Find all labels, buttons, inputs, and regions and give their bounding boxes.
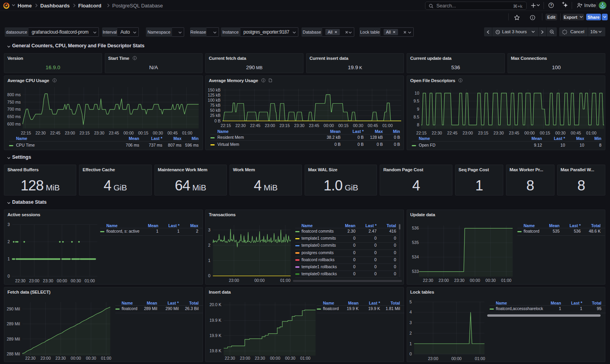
svg-text:23:00: 23:00: [463, 131, 473, 135]
svg-text:22:15: 22:15: [221, 123, 231, 128]
svg-text:01:00: 01:00: [501, 278, 511, 283]
svg-text:750 ms: 750 ms: [7, 100, 21, 104]
svg-text:23:30: 23:30: [43, 278, 53, 283]
svg-text:100 kB: 100 kB: [208, 98, 221, 102]
svg-text:00:30: 00:30: [285, 356, 295, 360]
svg-text:50 kB: 50 kB: [210, 108, 221, 113]
svg-text:00:15: 00:15: [540, 131, 550, 135]
svg-text:23:15: 23:15: [478, 131, 488, 135]
svg-text:23:00: 23:00: [439, 278, 449, 283]
svg-text:01:00: 01:00: [182, 131, 192, 135]
svg-text:9: 9: [417, 107, 419, 111]
svg-text:0: 0: [208, 273, 210, 278]
svg-text:00:00: 00:00: [270, 356, 280, 360]
svg-text:5: 5: [409, 299, 412, 304]
svg-text:534: 534: [412, 255, 419, 259]
svg-text:19.9 K: 19.9 K: [210, 333, 221, 338]
svg-text:23:45: 23:45: [509, 131, 519, 135]
svg-text:19.9 K: 19.9 K: [210, 318, 221, 323]
svg-text:00:30: 00:30: [71, 278, 81, 283]
svg-text:00:00: 00:00: [324, 123, 334, 128]
svg-text:23:30: 23:30: [493, 131, 504, 135]
svg-text:75 kB: 75 kB: [210, 103, 221, 108]
svg-text:1: 1: [409, 341, 412, 346]
svg-text:23:30: 23:30: [94, 131, 104, 135]
svg-text:25 kB: 25 kB: [210, 113, 221, 118]
svg-text:19.8 K: 19.8 K: [210, 348, 221, 353]
svg-text:22:15: 22:15: [21, 131, 31, 135]
svg-text:00:00: 00:00: [524, 131, 535, 135]
svg-text:1: 1: [7, 256, 10, 261]
svg-text:00:15: 00:15: [138, 131, 148, 135]
svg-text:22:30: 22:30: [36, 131, 46, 135]
svg-text:01:00: 01:00: [84, 278, 95, 283]
svg-text:00:30: 00:30: [555, 131, 565, 135]
svg-text:535: 535: [412, 240, 419, 245]
svg-text:23:30: 23:30: [255, 356, 265, 360]
svg-text:00:15: 00:15: [338, 123, 348, 128]
svg-text:23:00: 23:00: [229, 278, 239, 283]
svg-text:01:00: 01:00: [382, 123, 393, 128]
svg-text:3: 3: [7, 222, 10, 227]
svg-text:00:00: 00:00: [71, 356, 81, 360]
svg-text:23:00: 23:00: [40, 356, 50, 360]
svg-text:00:00: 00:00: [57, 278, 67, 283]
svg-text:00:30: 00:30: [486, 278, 496, 283]
svg-text:23:30: 23:30: [56, 356, 66, 360]
svg-text:22:30: 22:30: [25, 356, 36, 360]
svg-text:800 ms: 800 ms: [7, 92, 21, 97]
svg-text:533: 533: [412, 269, 419, 274]
svg-text:22:30: 22:30: [225, 356, 235, 360]
svg-text:01:00: 01:00: [280, 278, 290, 283]
svg-text:288 Mil: 288 Mil: [7, 351, 20, 356]
svg-text:22:15: 22:15: [416, 131, 427, 135]
svg-text:23:00: 23:00: [65, 131, 75, 135]
svg-text:536: 536: [412, 226, 419, 230]
svg-text:9.5: 9.5: [413, 99, 419, 103]
svg-text:22:30: 22:30: [432, 131, 442, 135]
svg-text:125 kB: 125 kB: [208, 93, 221, 97]
svg-text:00:30: 00:30: [353, 123, 363, 128]
svg-text:00:00: 00:00: [451, 356, 461, 361]
svg-text:650 ms: 650 ms: [7, 114, 21, 119]
svg-text:00:00: 00:00: [124, 131, 134, 135]
svg-text:22:45: 22:45: [447, 131, 458, 135]
svg-text:22:45: 22:45: [250, 123, 260, 128]
svg-text:8.5: 8.5: [413, 115, 419, 119]
svg-text:289 Mil: 289 Mil: [7, 321, 20, 326]
svg-text:0: 0: [7, 274, 10, 278]
svg-text:4: 4: [409, 310, 412, 314]
svg-text:20.0 K: 20.0 K: [210, 302, 221, 307]
svg-text:23:15: 23:15: [280, 123, 290, 128]
svg-text:150 kB: 150 kB: [208, 88, 221, 92]
svg-text:0 B: 0 B: [214, 118, 221, 123]
svg-text:23:00: 23:00: [29, 278, 39, 283]
svg-text:22:30: 22:30: [15, 278, 25, 283]
svg-text:00:00: 00:00: [470, 278, 480, 283]
svg-text:01:00: 01:00: [101, 356, 111, 360]
svg-text:23:00: 23:00: [265, 123, 275, 128]
svg-text:00:30: 00:30: [86, 356, 96, 360]
svg-text:290 Mil: 290 Mil: [7, 307, 20, 311]
svg-text:00:00: 00:00: [254, 278, 264, 283]
svg-text:23:00: 23:00: [428, 356, 438, 361]
svg-text:23:45: 23:45: [109, 131, 119, 135]
svg-text:2: 2: [7, 239, 10, 244]
svg-text:01:00: 01:00: [586, 131, 596, 135]
svg-text:600 ms: 600 ms: [7, 122, 21, 126]
svg-text:3: 3: [208, 228, 210, 232]
svg-text:01:00: 01:00: [300, 356, 310, 360]
svg-text:01:00: 01:00: [475, 356, 485, 361]
svg-text:2: 2: [208, 243, 210, 247]
svg-text:23:15: 23:15: [79, 131, 90, 135]
svg-text:23:30: 23:30: [454, 278, 465, 283]
svg-text:00:30: 00:30: [153, 131, 163, 135]
svg-text:23:00: 23:00: [240, 356, 250, 360]
svg-text:22:45: 22:45: [50, 131, 60, 135]
svg-text:00:45: 00:45: [368, 123, 378, 128]
svg-text:1: 1: [208, 258, 210, 263]
svg-text:289 Mil: 289 Mil: [7, 337, 20, 341]
svg-text:00:45: 00:45: [167, 131, 178, 135]
svg-text:3: 3: [409, 320, 412, 325]
svg-text:10: 10: [414, 91, 419, 95]
